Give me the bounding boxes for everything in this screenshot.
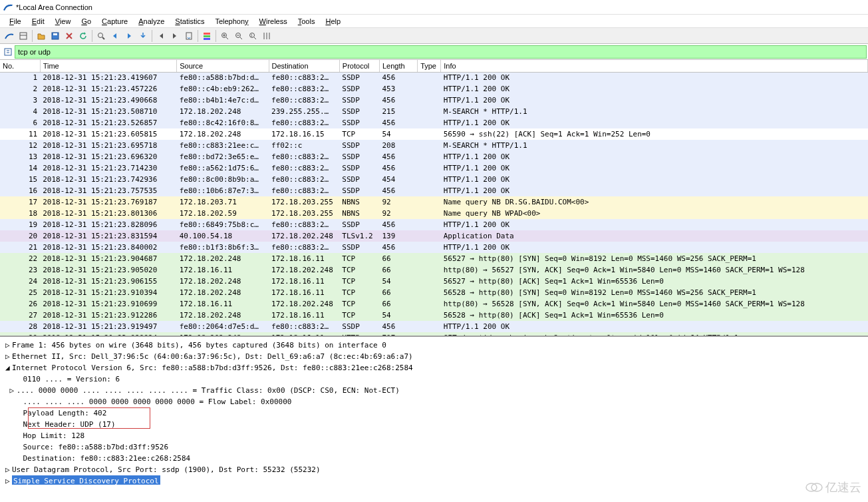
- packet-row[interactable]: 132018-12-31 15:21:23.696320fe80::bd72:3…: [0, 151, 868, 162]
- packet-row[interactable]: 282018-12-31 15:21:23.919497fe80::2064:d…: [0, 321, 868, 332]
- svg-text:1: 1: [251, 33, 253, 37]
- packet-row[interactable]: 22018-12-31 15:21:23.457226fe80::c4b:eb9…: [0, 83, 868, 95]
- last-icon[interactable]: [168, 29, 182, 43]
- open-icon[interactable]: [35, 29, 48, 43]
- menu-view[interactable]: View: [51, 16, 75, 27]
- prev-icon[interactable]: [108, 29, 122, 43]
- menu-capture[interactable]: Capture: [98, 16, 132, 27]
- packet-row[interactable]: 162018-12-31 15:21:23.757535fe80::10b6:8…: [0, 185, 868, 196]
- packet-row[interactable]: 232018-12-31 15:21:23.905020172.18.16.11…: [0, 264, 868, 276]
- packet-row[interactable]: 182018-12-31 15:21:23.801306172.18.202.5…: [0, 208, 868, 219]
- svg-line-17: [240, 37, 242, 39]
- filter-bar: [0, 44, 868, 60]
- detail-line[interactable]: ▷User Datagram Protocol, Src Port: ssdp …: [5, 464, 863, 475]
- packet-row[interactable]: 112018-12-31 15:21:23.605815172.18.202.2…: [0, 128, 868, 140]
- first-icon[interactable]: [154, 29, 168, 43]
- svg-rect-9: [204, 33, 210, 35]
- menu-analyze[interactable]: Analyze: [134, 16, 168, 27]
- packet-details[interactable]: ▷Frame 1: 456 bytes on wire (3648 bits),…: [0, 336, 868, 485]
- zoom-reset-icon[interactable]: 1: [246, 29, 259, 43]
- col-header[interactable]: No.: [0, 60, 40, 72]
- detail-line[interactable]: Payload Length: 402: [5, 407, 863, 419]
- svg-rect-3: [53, 33, 57, 35]
- next-icon[interactable]: [122, 29, 136, 43]
- svg-rect-11: [204, 38, 210, 40]
- packet-row[interactable]: 222018-12-31 15:21:23.904687172.18.202.2…: [0, 253, 868, 264]
- reload-icon[interactable]: [76, 29, 90, 43]
- detail-line[interactable]: Hop Limit: 128: [5, 430, 863, 441]
- detail-line-selected[interactable]: ▷Simple Service Discovery Protocol: [5, 475, 863, 485]
- menu-statistics[interactable]: Statistics: [171, 16, 208, 27]
- menu-tools[interactable]: Tools: [294, 16, 319, 27]
- autoscroll-icon[interactable]: [182, 29, 196, 43]
- detail-line[interactable]: ▷ .... 0000 0000 .... .... .... .... ...…: [5, 385, 863, 396]
- detail-line[interactable]: ◢Internet Protocol Version 6, Src: fe80:…: [5, 362, 863, 374]
- app-icon: [3, 2, 13, 13]
- detail-line[interactable]: Destination: fe80::c883:21ee:c268:2584: [5, 453, 863, 464]
- toolbar: 1: [0, 28, 868, 44]
- menu-file[interactable]: File: [5, 16, 25, 27]
- packet-row[interactable]: 202018-12-31 15:21:23.83159440.100.54.18…: [0, 230, 868, 242]
- packet-row[interactable]: 152018-12-31 15:21:23.742936fe80::8c00:8…: [0, 174, 868, 185]
- detail-line[interactable]: Source: fe80::a588:b7bd:d3ff:9526: [5, 441, 863, 453]
- find-icon[interactable]: [94, 29, 108, 43]
- packet-row[interactable]: 242018-12-31 15:21:23.906155172.18.202.2…: [0, 276, 868, 287]
- detail-line[interactable]: ▷Ethernet II, Src: Dell_37:96:5c (64:00:…: [5, 351, 863, 362]
- svg-rect-25: [5, 49, 11, 55]
- save-icon[interactable]: [49, 29, 62, 43]
- col-header[interactable]: Source: [177, 60, 269, 72]
- col-header[interactable]: Protocol: [339, 60, 379, 72]
- window-title: *Local Area Connection: [16, 3, 92, 11]
- packet-row[interactable]: 212018-12-31 15:21:23.840002fe80::b1f3:8…: [0, 242, 868, 253]
- resize-cols-icon[interactable]: [260, 29, 273, 43]
- packet-row[interactable]: 262018-12-31 15:21:23.910699172.18.16.11…: [0, 298, 868, 310]
- filter-bookmark-icon[interactable]: [1, 45, 15, 59]
- zoom-out-icon[interactable]: [232, 29, 245, 43]
- detail-line[interactable]: .... .... .... 0000 0000 0000 0000 0000 …: [5, 396, 863, 407]
- packet-row[interactable]: 172018-12-31 15:21:23.769187172.18.203.7…: [0, 196, 868, 208]
- packet-row[interactable]: 122018-12-31 15:21:23.695718fe80::c883:2…: [0, 140, 868, 151]
- display-filter-input[interactable]: [18, 48, 863, 56]
- menu-bar[interactable]: File Edit View Go Capture Analyze Statis…: [0, 15, 868, 28]
- svg-line-13: [226, 37, 228, 39]
- menu-help[interactable]: Help: [321, 16, 345, 27]
- packet-row[interactable]: 192018-12-31 15:21:23.828096fe80::6849:7…: [0, 219, 868, 230]
- col-header[interactable]: Length: [380, 60, 418, 72]
- colorize-icon[interactable]: [200, 29, 214, 43]
- svg-rect-10: [204, 35, 210, 37]
- start-capture-icon[interactable]: [3, 29, 16, 43]
- packet-row[interactable]: 252018-12-31 15:21:23.910394172.18.202.2…: [0, 287, 868, 298]
- detail-line[interactable]: ▷Frame 1: 456 bytes on wire (3648 bits),…: [5, 340, 863, 351]
- menu-edit[interactable]: Edit: [28, 16, 49, 27]
- menu-go[interactable]: Go: [77, 16, 95, 27]
- options-icon[interactable]: [17, 29, 30, 43]
- svg-rect-0: [20, 33, 27, 39]
- menu-wireless[interactable]: Wireless: [255, 16, 291, 27]
- col-header[interactable]: Info: [441, 60, 868, 72]
- packet-row[interactable]: 62018-12-31 15:21:23.526857fe80::8c42:16…: [0, 117, 868, 128]
- jump-icon[interactable]: [136, 29, 150, 43]
- menu-telephony[interactable]: Telephony: [211, 16, 252, 27]
- watermark: 亿速云: [805, 479, 861, 495]
- svg-point-6: [98, 33, 103, 37]
- svg-line-20: [254, 37, 256, 39]
- packet-row[interactable]: 12018-12-31 15:21:23.419607fe80::a588:b7…: [0, 72, 868, 83]
- packet-row[interactable]: 32018-12-31 15:21:23.490668fe80::b4b1:4e…: [0, 95, 868, 106]
- display-filter[interactable]: [15, 45, 867, 59]
- svg-line-7: [102, 37, 104, 39]
- packet-list[interactable]: No.TimeSourceDestinationProtocolLengthTy…: [0, 60, 868, 336]
- packet-row[interactable]: 142018-12-31 15:21:23.714230fe80::a562:1…: [0, 162, 868, 174]
- col-header[interactable]: Time: [40, 60, 177, 72]
- packet-row[interactable]: 42018-12-31 15:21:23.508710172.18.202.24…: [0, 106, 868, 117]
- detail-line[interactable]: Next Header: UDP (17): [5, 419, 863, 430]
- title-bar: *Local Area Connection: [0, 0, 868, 15]
- zoom-in-icon[interactable]: [218, 29, 231, 43]
- col-header[interactable]: Type: [418, 60, 441, 72]
- close-icon[interactable]: [63, 29, 76, 43]
- detail-line[interactable]: 0110 .... = Version: 6: [5, 374, 863, 385]
- col-header[interactable]: Destination: [269, 60, 339, 72]
- packet-row[interactable]: 272018-12-31 15:21:23.912286172.18.202.2…: [0, 310, 868, 321]
